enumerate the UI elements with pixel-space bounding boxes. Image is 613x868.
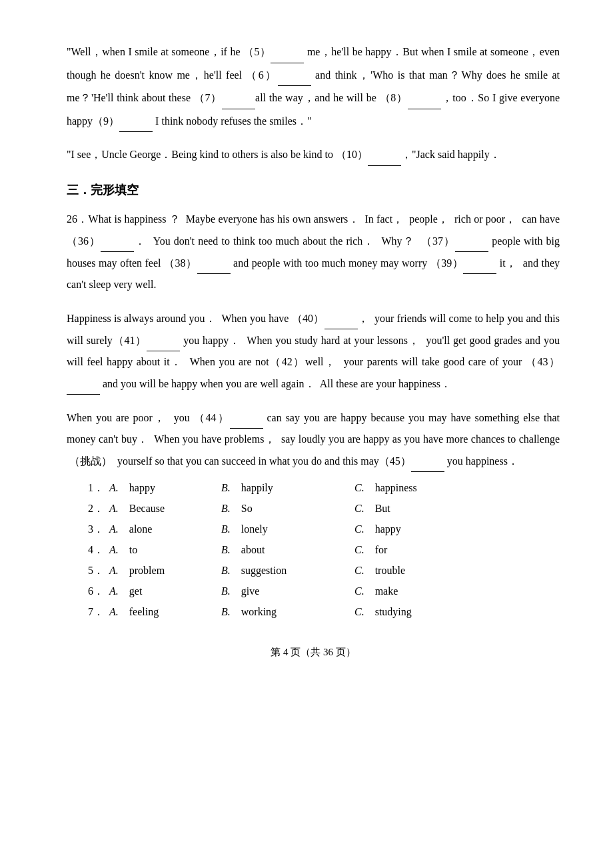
- blank-45: [411, 450, 444, 472]
- option-5-b: B. suggestion: [221, 565, 354, 577]
- option-4-num: 4． A. to: [88, 543, 221, 557]
- option-row-1: 1． A. happy B. happily C. happiness: [88, 481, 560, 495]
- blank-6: [278, 63, 311, 87]
- options-container: 1． A. happy B. happily C. happiness 2． A…: [67, 481, 560, 619]
- option-4-c: C. for: [354, 544, 488, 556]
- option-5-c: C. trouble: [354, 565, 488, 577]
- blank-9: [119, 109, 153, 133]
- blank-44: [230, 407, 263, 429]
- question-lead-1: 26．What is happiness ？ Maybe everyone ha…: [67, 209, 560, 295]
- main-content: "Well，when I smile at someone，if he （5） …: [67, 40, 560, 659]
- paragraph-1: "Well，when I smile at someone，if he （5） …: [67, 40, 560, 132]
- option-5-num: 5． A. problem: [88, 564, 221, 578]
- option-6-num: 6． A. get: [88, 585, 221, 599]
- option-4-b: B. about: [221, 544, 354, 556]
- option-1-b: B. happily: [221, 482, 354, 494]
- blank-41: [147, 329, 180, 351]
- section-title-text: 完形填空: [91, 183, 139, 197]
- blank-10: [368, 143, 401, 166]
- option-row-5: 5． A. problem B. suggestion C. trouble: [88, 564, 560, 578]
- section-title: 三．完形填空: [67, 182, 560, 198]
- option-2-c: C. But: [354, 503, 488, 515]
- option-2-b: B. So: [221, 503, 354, 515]
- paragraph-2: "I see，Uncle George．Being kind to others…: [67, 143, 560, 166]
- option-3-c: C. happy: [354, 523, 488, 535]
- blank-36: [101, 230, 134, 252]
- page-footer: 第 4 页（共 36 页）: [67, 646, 560, 659]
- question-lead-3: When you are poor， you （44） can say you …: [67, 407, 560, 472]
- option-row-3: 3． A. alone B. lonely C. happy: [88, 523, 560, 537]
- option-2-num: 2． A. Because: [88, 502, 221, 516]
- question-26: 26．What is happiness ？ Maybe everyone ha…: [67, 209, 560, 472]
- option-row-4: 4． A. to B. about C. for: [88, 543, 560, 557]
- question-lead-2: Happiness is always around you． When you…: [67, 307, 560, 395]
- option-row-2: 2． A. Because B. So C. But: [88, 502, 560, 516]
- section-number: 三: [67, 183, 79, 197]
- option-1-num: 1． A. happy: [88, 481, 221, 495]
- blank-37: [455, 230, 488, 252]
- blank-40: [324, 307, 358, 329]
- blank-7: [222, 86, 255, 109]
- blank-43: [67, 373, 100, 395]
- option-7-num: 7． A. feeling: [88, 605, 221, 619]
- blank-38: [197, 252, 231, 274]
- option-row-6: 6． A. get B. give C. make: [88, 585, 560, 599]
- option-6-b: B. give: [221, 585, 354, 597]
- option-7-c: C. studying: [354, 606, 488, 618]
- page-number: 第 4 页（共 36 页）: [271, 647, 356, 657]
- blank-5: [271, 40, 304, 63]
- blank-39: [463, 252, 496, 274]
- option-3-b: B. lonely: [221, 523, 354, 535]
- blank-8: [408, 86, 441, 109]
- option-6-c: C. make: [354, 585, 488, 597]
- option-row-7: 7． A. feeling B. working C. studying: [88, 605, 560, 619]
- option-7-b: B. working: [221, 606, 354, 618]
- option-1-c: C. happiness: [354, 482, 488, 494]
- option-3-num: 3． A. alone: [88, 523, 221, 537]
